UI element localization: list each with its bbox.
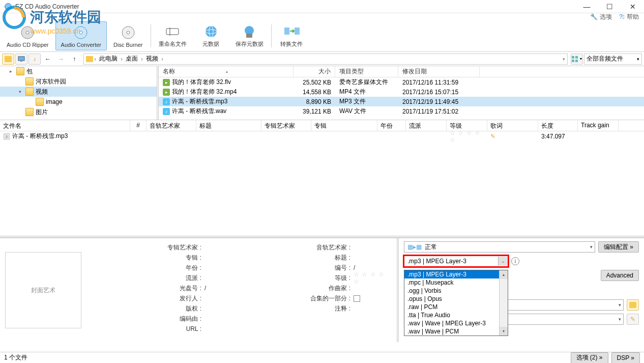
format-option[interactable]: .mpc | Musepack	[404, 278, 508, 287]
maximize-button[interactable]: ☐	[598, 0, 621, 13]
edit-lyrics-icon[interactable]: ✎	[490, 133, 495, 140]
view-mode-button[interactable]: ▾	[571, 53, 583, 65]
close-button[interactable]: ✕	[621, 0, 644, 13]
cover-art-placeholder[interactable]: 封面艺术	[5, 252, 81, 328]
flv-file-icon: ▸	[163, 79, 170, 86]
format-option[interactable]: .opus | Opus	[404, 295, 508, 303]
chevron-down-icon: ▾	[587, 244, 593, 249]
advanced-button[interactable]: Advanced	[601, 270, 639, 281]
dsp-button[interactable]: DSP »	[611, 352, 640, 364]
format-option[interactable]: .mp3 | MPEG Layer-3	[404, 270, 508, 278]
col-filename[interactable]: 文件名	[0, 120, 130, 131]
format-combo[interactable]: .mp3 | MPEG Layer-3 ⌄	[404, 256, 508, 267]
rename-icon	[164, 24, 181, 39]
col-size[interactable]: 大小	[294, 66, 335, 77]
file-row[interactable]: ▸我的！体育老师 32.flv25,502 KB爱奇艺多媒体文件2017/12/…	[159, 77, 644, 87]
format-option[interactable]: .ogg | Vorbis	[404, 287, 508, 295]
scroll-up-button[interactable]: ▴	[500, 270, 508, 279]
svg-rect-16	[5, 56, 12, 62]
col-lyrics[interactable]: 歌词	[487, 120, 538, 131]
nav-forward-button[interactable]: →	[55, 53, 67, 65]
save-metadata-button[interactable]: 保存元数据	[230, 21, 269, 50]
breadcrumb-bar[interactable]: › 此电脑 › 桌面 › 视频 › ▾	[83, 53, 568, 65]
format-option[interactable]: .wav | Wave | PCM	[404, 327, 508, 336]
info-icon[interactable]: i	[511, 257, 519, 265]
convert-files-button[interactable]: 转换文件	[274, 21, 309, 50]
format-option[interactable]: .wav | Wave | MPEG Layer-3	[404, 319, 508, 327]
col-name[interactable]: 名称▴	[159, 66, 294, 77]
tree-item[interactable]: ▾视频	[0, 87, 157, 97]
queue-row[interactable]: ♪许嵩 - 断桥残雪.mp3 ☆ ☆ ☆ ☆ ☆ ✎ 3:47.097	[0, 131, 644, 141]
nav-computer-button[interactable]	[15, 53, 27, 65]
cover-art-panel: 封面艺术	[0, 238, 86, 342]
file-row[interactable]: ♪许嵩 - 断桥残雪.mp38,890 KBMP3 文件2017/12/19 1…	[159, 97, 644, 106]
svg-rect-18	[20, 61, 22, 62]
minimize-button[interactable]: —	[575, 0, 598, 13]
rating-stars[interactable]: ☆ ☆ ☆ ☆ ☆	[450, 129, 484, 144]
file-row[interactable]: ▸我的！体育老师 32.mp414,558 KBMP4 文件2017/12/16…	[159, 87, 644, 97]
col-albumartist[interactable]: 专辑艺术家	[261, 120, 311, 131]
svg-rect-22	[572, 60, 574, 62]
col-album[interactable]: 专辑	[311, 120, 377, 131]
format-option[interactable]: .tta | True Audio	[404, 311, 508, 319]
metadata-button[interactable]: 元数据	[193, 21, 229, 50]
audio-cd-ripper-button[interactable]: Audio CD Ripper	[1, 21, 54, 50]
arrow-left-icon: ←	[45, 55, 51, 63]
metadata-panel: 专辑艺术家 : 专辑 : 年份 : 流派 : 光盘号 :/ 发行人 : 版权 :…	[86, 238, 397, 342]
col-type[interactable]: 项目类型	[335, 66, 398, 77]
col-length[interactable]: 长度	[538, 120, 578, 131]
chevron-down-icon[interactable]: ▾	[563, 57, 565, 62]
tree-item[interactable]: 河东软件园	[0, 76, 157, 87]
edit-format-button[interactable]: ✎	[627, 314, 639, 325]
col-tracknum[interactable]: #	[130, 120, 147, 131]
file-row[interactable]: ♪许嵩 - 断桥残雪.wav39,121 KBWAV 文件2017/11/19 …	[159, 106, 644, 116]
rename-files-button[interactable]: 重命名文件	[153, 21, 192, 50]
grid-icon	[572, 56, 579, 62]
rating-stars[interactable]: ☆ ☆ ☆ ☆ ☆	[354, 271, 391, 285]
nav-desktop-button[interactable]	[2, 53, 14, 65]
tree-item[interactable]: image	[0, 97, 157, 107]
breadcrumb-part[interactable]: 视频	[144, 54, 160, 63]
tracknum-field[interactable]: /	[354, 264, 391, 271]
col-date[interactable]: 修改日期	[398, 66, 480, 77]
format-dropdown-list[interactable]: .mp3 | MPEG Layer-3 .mpc | Musepack .ogg…	[404, 270, 508, 336]
format-option[interactable]: .raw | PCM	[404, 303, 508, 311]
file-filter-combo[interactable]: 全部音频文件 ▾	[584, 53, 642, 65]
nav-music-button[interactable]: ♪	[28, 53, 41, 65]
breadcrumb-part[interactable]: 此电脑	[97, 54, 120, 63]
audio-converter-button[interactable]: Audio Converter	[55, 21, 107, 50]
expand-icon[interactable]: ▸	[7, 69, 14, 74]
collapse-icon[interactable]: ▾	[16, 89, 23, 94]
compilation-checkbox[interactable]	[354, 295, 360, 302]
col-year[interactable]: 年份	[377, 120, 406, 131]
col-trackgain[interactable]: Track gain	[578, 120, 619, 131]
preset-combo[interactable]: ▦▸▦ 正常 ▾	[404, 241, 595, 253]
svg-point-4	[79, 31, 82, 34]
folder-tree[interactable]: ▸包 河东软件园 ▾视频 image 图片	[0, 66, 157, 120]
copyright-label: 版权 :	[93, 304, 204, 313]
options-link[interactable]: 🔧 选项	[590, 13, 612, 21]
dropdown-scrollbar[interactable]: ▴ ▾	[499, 270, 508, 336]
folder-icon	[629, 302, 636, 308]
conversion-queue[interactable]: 文件名 # 音轨艺术家 标题 专辑艺术家 专辑 年份 流派 等级 歌词 长度 T…	[0, 120, 644, 236]
discnum-field[interactable]: /	[204, 285, 242, 292]
scroll-down-button[interactable]: ▾	[500, 327, 508, 336]
arrow-up-icon: ↑	[73, 55, 76, 63]
col-genre[interactable]: 流派	[406, 120, 447, 131]
col-title[interactable]: 标题	[196, 120, 261, 131]
help-link[interactable]: ?⃝ 帮助	[619, 13, 639, 21]
disc-burner-button[interactable]: Disc Burner	[108, 21, 148, 50]
tree-item[interactable]: 图片	[0, 107, 157, 117]
options-button[interactable]: 选项 (2) »	[571, 352, 608, 364]
nav-back-button[interactable]: ←	[42, 53, 54, 65]
nav-up-button[interactable]: ↑	[68, 53, 80, 65]
sort-asc-icon: ▴	[226, 69, 228, 74]
browse-folder-button[interactable]	[627, 299, 639, 311]
file-list[interactable]: 名称▴ 大小 项目类型 修改日期 ▸我的！体育老师 32.flv25,502 K…	[159, 66, 644, 120]
year-label: 年份 :	[93, 264, 204, 272]
encodedby-label: 编码由 :	[93, 315, 204, 323]
breadcrumb-part[interactable]: 桌面	[124, 54, 140, 63]
col-artist[interactable]: 音轨艺术家	[147, 120, 196, 131]
tree-item[interactable]: ▸包	[0, 66, 157, 76]
edit-presets-button[interactable]: 编辑配置 »	[598, 241, 639, 253]
